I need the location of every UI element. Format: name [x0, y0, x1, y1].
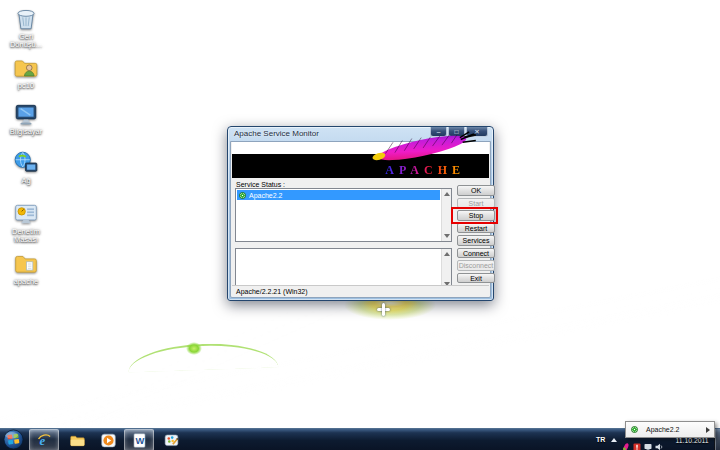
submenu-arrow-icon [706, 427, 710, 433]
scrollbar[interactable] [441, 189, 451, 241]
scroll-down-icon[interactable] [444, 234, 450, 238]
connect-button[interactable]: Connect [457, 248, 495, 259]
icon-label: Ağ [2, 177, 50, 185]
service-list[interactable]: Apache2.2 [235, 188, 452, 242]
network-tray-icon[interactable] [644, 437, 652, 445]
wallpaper-leaf [186, 342, 202, 355]
apache-tray-popup: Apache2.2 [625, 421, 715, 438]
taskbar-windows-explorer[interactable] [63, 429, 91, 450]
services-button[interactable]: Services [457, 235, 495, 246]
apache-logo-word: APACHE [385, 164, 465, 176]
icon-label: GeriDönüşü... [2, 33, 50, 49]
apache-feather-icon [366, 131, 484, 163]
exit-button[interactable]: Exit [457, 273, 495, 284]
icon-label: Bilgisayar [2, 128, 50, 136]
taskbar-word[interactable]: W [124, 429, 154, 450]
desktop: GeriDönüşü... pc10 Bilgisayar Ağ Denetim… [0, 0, 720, 450]
wallpaper-sparkle [255, 362, 258, 365]
apache-service-monitor-window: Apache Service Monitor – □ ✕ APACHE [227, 126, 494, 301]
scroll-up-icon[interactable] [444, 192, 450, 196]
internet-explorer-icon: e [36, 432, 53, 449]
desktop-icon-computer[interactable]: Bilgisayar [2, 101, 50, 136]
service-running-icon [631, 426, 638, 433]
disconnect-button: Disconnect [457, 260, 495, 271]
apache-tray-icon[interactable] [622, 437, 630, 445]
network-globe-icon [13, 150, 39, 176]
icon-label: DenetimMasası [2, 228, 50, 244]
mouse-cursor [377, 303, 390, 316]
paint-icon [163, 432, 180, 449]
taskbar: e W [0, 428, 720, 450]
ok-button[interactable]: OK [457, 185, 495, 196]
window-title: Apache Service Monitor [234, 129, 319, 138]
desktop-icon-pc10[interactable]: pc10 [2, 55, 50, 90]
window-client-area: APACHE [230, 141, 491, 298]
scroll-up-icon[interactable] [444, 252, 450, 256]
desktop-icon-control-panel[interactable]: DenetimMasası [2, 201, 50, 244]
media-player-icon [100, 432, 117, 449]
volume-tray-icon[interactable] [655, 437, 663, 445]
desktop-icon-recycle-bin[interactable]: GeriDönüşü... [2, 6, 50, 49]
shared-folder-icon [13, 55, 39, 81]
taskbar-paint[interactable] [157, 429, 185, 450]
taskbar-internet-explorer[interactable]: e [29, 429, 59, 450]
service-list-item-apache22[interactable]: Apache2.2 [237, 190, 440, 200]
service-running-icon [239, 192, 246, 199]
wallpaper-sparkle [300, 390, 303, 393]
wallpaper-branch [128, 341, 279, 372]
language-indicator[interactable]: TR [596, 436, 605, 443]
status-bar-text: Apache/2.2.21 (Win32) [236, 288, 308, 295]
service-status-label: Service Status : [236, 181, 285, 188]
stop-highlight-annotation [451, 207, 498, 224]
word-icon: W [131, 432, 148, 449]
desktop-icon-apache[interactable]: apache [2, 251, 50, 286]
control-panel-icon [13, 201, 39, 227]
hidden-icons-icon[interactable] [611, 438, 617, 442]
wallpaper-sparkle [108, 305, 111, 308]
alert-tray-icon[interactable] [633, 437, 641, 445]
status-bar: Apache/2.2.21 (Win32) [232, 285, 489, 296]
wallpaper-sparkle [62, 332, 65, 335]
folder-icon [13, 251, 39, 277]
clock-date[interactable]: 11.10.2011 [668, 437, 716, 444]
popup-menu-item[interactable]: Apache2.2 [646, 426, 679, 433]
log-list[interactable] [235, 248, 452, 290]
recycle-bin-icon [13, 6, 39, 32]
icon-label: apache [2, 278, 50, 286]
folder-icon [69, 432, 86, 449]
restart-button[interactable]: Restart [457, 223, 495, 234]
icon-label: pc10 [2, 82, 50, 90]
start-button[interactable] [3, 429, 24, 450]
svg-text:W: W [135, 436, 144, 446]
computer-icon [13, 101, 39, 127]
scrollbar[interactable] [441, 249, 451, 289]
desktop-icon-network[interactable]: Ağ [2, 150, 50, 185]
taskbar-media-player[interactable] [95, 429, 121, 450]
